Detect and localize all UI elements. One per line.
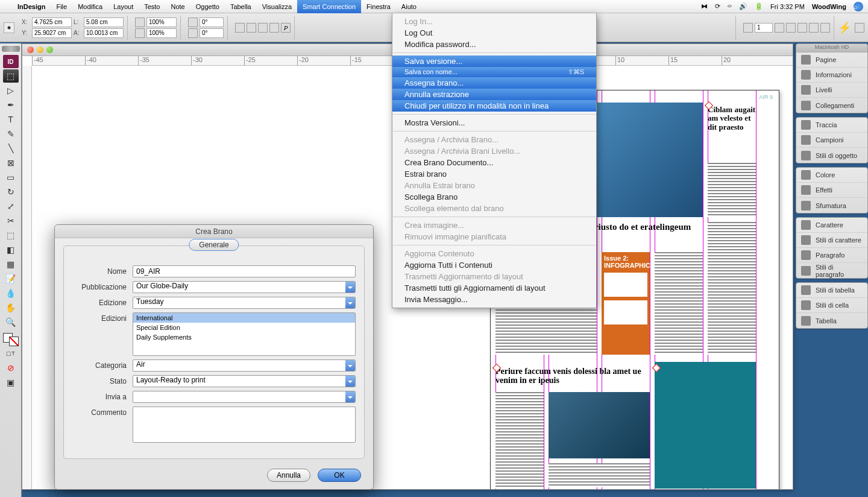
misc-icon[interactable] [797, 23, 807, 33]
panel-fx[interactable]: Effetti [796, 183, 867, 198]
panel-para[interactable]: Paragrafo [796, 248, 867, 263]
toolbox-handle[interactable] [2, 46, 20, 52]
rotate-ccw-icon[interactable] [235, 23, 245, 33]
fill-stroke-swatch[interactable] [3, 333, 19, 346]
menu-cancel-checkout[interactable]: Annulla estrazione [392, 89, 596, 100]
panel-parastyle[interactable]: Stili di paragrafo [796, 263, 867, 278]
headline-3[interactable]: Periure faccum venis dolessi bla amet ue… [495, 367, 650, 385]
menu-tabella[interactable]: Tabella [225, 0, 257, 13]
text-block[interactable] [655, 252, 703, 355]
rotate-cw-icon[interactable] [247, 23, 256, 33]
clock[interactable]: Fri 3:32 PM [770, 3, 805, 10]
edizioni-option[interactable]: Special Edition [133, 323, 355, 332]
free-transform-tool[interactable]: ⬚ [3, 229, 19, 242]
note-tool[interactable]: 📝 [3, 272, 19, 285]
p-icon[interactable]: P [281, 23, 291, 33]
view-mode-icon[interactable]: ▣ [3, 376, 19, 389]
menu-change-password[interactable]: Modifica password... [392, 39, 596, 50]
menu-oggetto[interactable]: Oggetto [190, 0, 225, 13]
wifi-icon[interactable]: ⌔ [728, 3, 732, 10]
menu-create-doc-story[interactable]: Crea Brano Documento... [392, 157, 596, 168]
text-block[interactable] [549, 463, 650, 487]
battery-icon[interactable]: 🔋 [755, 2, 763, 10]
ad-box[interactable] [655, 362, 756, 489]
panel-color[interactable]: Colore [796, 168, 867, 183]
menu-finestra[interactable]: Finestra [361, 0, 396, 13]
field-categoria[interactable]: Air [133, 359, 356, 372]
scale-tool[interactable]: ⤢ [3, 200, 19, 213]
scissors-tool[interactable]: ✂ [3, 214, 19, 227]
selection-tool[interactable]: ⬚ [3, 69, 19, 83]
panel-links[interactable]: Collegamenti [796, 98, 867, 113]
eyedropper-tool[interactable]: 💧 [3, 286, 19, 300]
menu-testo[interactable]: Testo [139, 0, 165, 13]
headline-1[interactable]: Ciblam augait am velesto et dit praesto [708, 106, 756, 131]
x-field[interactable] [32, 17, 72, 27]
gradient-tool[interactable]: ◧ [3, 243, 19, 256]
h-field[interactable] [84, 28, 124, 38]
menu-save-as[interactable]: Salva con nome...⇧⌘S [392, 67, 596, 77]
menu-aiuto[interactable]: Aiuto [396, 0, 422, 13]
menu-logout[interactable]: Log Out [392, 27, 596, 39]
type-tool[interactable]: T [3, 113, 19, 126]
menu-checkout-story[interactable]: Estrai brano [392, 168, 596, 180]
panel-charstyle[interactable]: Stili di carattere [796, 233, 867, 248]
scale-h-field[interactable] [146, 17, 177, 27]
menu-modifica[interactable]: Modifica [72, 0, 108, 13]
menu-visualizza[interactable]: Visualizza [257, 0, 297, 13]
reference-point-icon[interactable] [4, 22, 14, 33]
menu-send-all-layout-updates[interactable]: Trasmetti tutti gli Aggiornamenti di lay… [392, 282, 596, 294]
rotate-tool[interactable]: ↻ [3, 185, 19, 198]
shear-field[interactable] [200, 28, 224, 38]
story-image[interactable] [549, 392, 650, 458]
button-tool[interactable]: ▦ [3, 258, 19, 271]
field-invia[interactable] [133, 391, 356, 403]
panel-table[interactable]: Tabella [796, 313, 867, 328]
apply-none-icon[interactable]: ⊘ [3, 361, 19, 375]
field-edizione[interactable]: Tuesday [133, 297, 356, 309]
menu-save-version[interactable]: Salva versione... [392, 55, 596, 67]
menu-show-versions[interactable]: Mostra Versioni... [392, 117, 596, 128]
panel-pages[interactable]: Pagine [796, 52, 867, 68]
close-button[interactable] [27, 46, 34, 53]
menu-layout[interactable]: Layout [108, 0, 139, 13]
field-nome[interactable] [133, 265, 356, 277]
spotlight-icon[interactable]: ⌕ [854, 2, 863, 11]
menu-update-all-content[interactable]: Aggiorna Tutti i Contenuti [392, 259, 596, 271]
panel-stroke[interactable]: Traccia [796, 118, 867, 133]
user-menu[interactable]: WoodWing [812, 3, 846, 10]
pen-tool[interactable]: ✒ [3, 98, 19, 112]
volume-icon[interactable]: 🔊 [739, 2, 747, 10]
panel-layers[interactable]: Livelli [796, 83, 867, 98]
edizioni-option[interactable]: International [133, 313, 355, 323]
ok-button[interactable]: OK [318, 469, 361, 482]
infographic-box[interactable]: Issue 2: INFOGRAPHIC [602, 252, 650, 355]
misc-icon[interactable] [809, 23, 819, 33]
menu-note[interactable]: Note [165, 0, 190, 13]
menu-smart-connection[interactable]: Smart Connection [297, 0, 361, 13]
align-icon[interactable] [743, 23, 753, 33]
w-field[interactable] [84, 17, 124, 27]
panel-objstyles[interactable]: Stili di oggetto [796, 148, 867, 163]
zoom-button[interactable] [46, 46, 53, 53]
rectangle-frame-tool[interactable]: ⊠ [3, 156, 19, 169]
minimize-button[interactable] [37, 46, 43, 53]
y-field[interactable] [32, 28, 72, 38]
vertical-ruler[interactable] [22, 66, 32, 489]
line-tool[interactable]: ╲ [3, 142, 19, 155]
menu-offline-close[interactable]: Chiudi per utilizzo in modalità non in l… [392, 100, 596, 112]
menu-file[interactable]: File [51, 0, 72, 13]
format-text-icon[interactable]: ▢T [3, 347, 19, 360]
field-pubblicazione[interactable]: Our Globe-Daily [133, 281, 356, 293]
flip-v-icon[interactable] [269, 23, 279, 33]
pencil-tool[interactable]: ✎ [3, 127, 19, 141]
field-edizioni[interactable]: International Special Edition Daily Supp… [133, 312, 356, 356]
menu-send-message[interactable]: Invia Messaggio... [392, 294, 596, 305]
page-number-field[interactable] [755, 23, 773, 33]
bluetooth-icon[interactable]: ⧓ [701, 2, 708, 10]
direct-selection-tool[interactable]: ▷ [3, 84, 19, 97]
rectangle-tool[interactable]: ▭ [3, 171, 19, 184]
field-stato[interactable]: Layout-Ready to print [133, 375, 356, 387]
zoom-tool[interactable]: 🔍 [3, 315, 19, 329]
panel-swatches[interactable]: Campioni [796, 133, 867, 148]
